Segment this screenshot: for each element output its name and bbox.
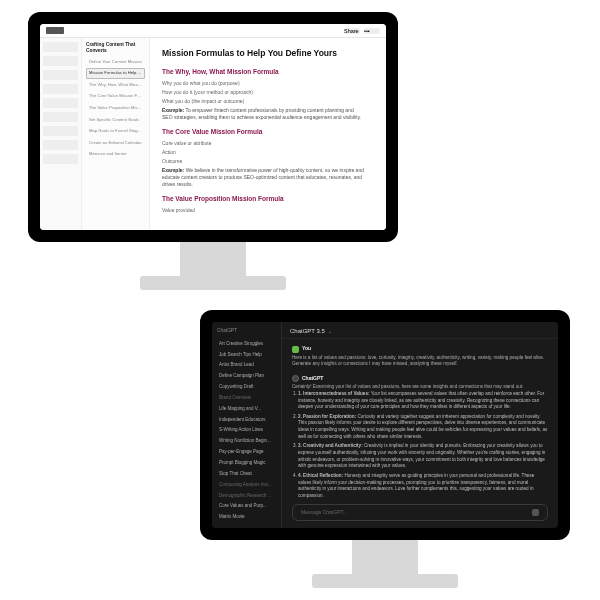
sidebar-item[interactable]: Writing Nonfiction Begin... [217, 437, 276, 445]
nav-item[interactable] [43, 84, 78, 94]
monitor-stand [352, 540, 418, 578]
sidebar-item[interactable]: Matrix Movie [217, 513, 276, 521]
nav-item[interactable] [43, 140, 78, 150]
sidebar-item[interactable]: Core Values and Purp... [217, 502, 276, 510]
doc-paragraph: Action [162, 149, 364, 156]
doc-heading-2: The Core Value Mission Formula [162, 127, 364, 136]
outline-item[interactable]: Define Your Content Mission [86, 57, 145, 68]
point-title: 1. Interconnectedness of Values: [298, 391, 369, 396]
point-title: 2. Passion for Exploration: [298, 414, 356, 419]
monitor-base [312, 574, 458, 588]
outline-item[interactable]: The Core Value Mission Formula [86, 91, 145, 102]
assistant-message: ChatGPT Certainly! Examining your list o… [292, 375, 548, 500]
chat-sidebar: ChatGPT Art Creative Struggles Job Searc… [212, 322, 282, 528]
outline-panel: Crafting Content That Converts Define Yo… [82, 38, 150, 230]
outline-item[interactable]: Create an Editorial Calendar [86, 138, 145, 149]
doc-example: Example: We believe in the transformativ… [162, 167, 364, 188]
user-role-label: You [292, 345, 548, 352]
user-avatar-icon [292, 346, 299, 353]
sidebar-item[interactable]: Artist Brand Lead [217, 361, 276, 369]
sidebar-item[interactable]: Demographic Research Help [217, 492, 276, 500]
doc-paragraph: How you do it (your method or approach) [162, 89, 364, 96]
doc-paragraph: Value provided [162, 207, 364, 214]
assistant-points: 1. Interconnectedness of Values: Your li… [292, 391, 548, 500]
model-name: ChatGPT 3.5 [290, 327, 325, 335]
document-app-screen: Share ••• Crafting Content That Converts… [40, 24, 386, 230]
sidebar-item[interactable]: Pay-per-Engage Page [217, 448, 276, 456]
document-main: Mission Formulas to Help You Define Your… [150, 38, 386, 230]
app-logo[interactable] [46, 27, 64, 34]
nav-item[interactable] [43, 70, 78, 80]
nav-item[interactable] [43, 42, 78, 52]
more-button[interactable]: ••• [364, 28, 380, 34]
sidebar-item[interactable]: S-Writing Action Lines [217, 426, 276, 434]
outline-item[interactable]: The Why, How, What Mission Formula [86, 80, 145, 91]
doc-heading-2: The Value Proposition Mission Formula [162, 194, 364, 203]
sidebar-item[interactable]: Define Campaign Plan [217, 372, 276, 380]
sidebar-item[interactable]: Stop That Cheat [217, 470, 276, 478]
chevron-down-icon: ⌄ [328, 328, 332, 335]
sidebar-item[interactable]: Copywriting Draft [217, 383, 276, 391]
point-title: 4. Ethical Reflection: [298, 473, 343, 478]
sidebar-item[interactable]: Art Creative Struggles [217, 340, 276, 348]
doc-heading-1: Mission Formulas to Help You Define Your… [162, 48, 364, 60]
monitor-bottom: ChatGPT Art Creative Struggles Job Searc… [200, 310, 570, 540]
bot-avatar-icon [292, 375, 299, 382]
share-button[interactable]: Share [344, 28, 360, 34]
chat-input[interactable]: Message ChatGPT... [292, 504, 548, 521]
role-text: ChatGPT [302, 375, 323, 382]
outline-item[interactable]: Measure and Iterate [86, 149, 145, 160]
user-message: You Here is a list of values and passion… [292, 345, 548, 368]
sidebar-item[interactable]: Independent Educators [217, 416, 276, 424]
sidebar-item[interactable]: Composing Analysis Insights [217, 481, 276, 489]
monitor-top: Share ••• Crafting Content That Converts… [28, 12, 398, 242]
sidebar-item[interactable]: Brand Overview [217, 394, 276, 402]
nav-item[interactable] [43, 154, 78, 164]
nav-item[interactable] [43, 98, 78, 108]
outline-item-active[interactable]: Mission Formulas to Help You Define Your… [86, 68, 145, 79]
outline-item[interactable]: The Value Proposition Mission Formula [86, 103, 145, 114]
chat-main: ChatGPT 3.5 ⌄ You Here is a list of valu… [282, 322, 558, 528]
point-item: 4. Ethical Reflection: Honesty and integ… [298, 473, 548, 500]
doc-paragraph: What you do (the impact or outcome) [162, 98, 364, 105]
point-item: 2. Passion for Exploration: Curiosity an… [298, 414, 548, 441]
outline-title: Crafting Content That Converts [86, 42, 145, 54]
chat-scroll[interactable]: You Here is a list of values and passion… [282, 339, 558, 500]
nav-item[interactable] [43, 126, 78, 136]
sidebar-item[interactable]: Job Search Tips Help [217, 351, 276, 359]
sidebar-item[interactable]: Life Mapping and V... [217, 405, 276, 413]
left-nav [40, 38, 82, 230]
doc-heading-2: The Why, How, What Mission Formula [162, 67, 364, 76]
app-topbar: Share ••• [40, 24, 386, 38]
example-text: We believe in the transformative power o… [162, 167, 364, 187]
nav-item[interactable] [43, 112, 78, 122]
doc-paragraph: Core value or attribute [162, 140, 364, 147]
assistant-intro: Certainly! Examining your list of values… [292, 384, 548, 391]
app-body: Crafting Content That Converts Define Yo… [40, 38, 386, 230]
example-text: To empower fintech content professionals… [162, 107, 361, 120]
point-title: 3. Creativity and Authenticity: [298, 443, 363, 448]
outline-item[interactable]: Map Goals to Funnel Stages [86, 126, 145, 137]
model-selector[interactable]: ChatGPT 3.5 ⌄ [282, 322, 558, 339]
example-label: Example: [162, 167, 184, 173]
point-item: 1. Interconnectedness of Values: Your li… [298, 391, 548, 411]
example-label: Example: [162, 107, 184, 113]
outline-item[interactable]: Set Specific Content Goals [86, 115, 145, 126]
chat-app-screen: ChatGPT Art Creative Struggles Job Searc… [212, 322, 558, 528]
role-text: You [302, 345, 311, 352]
doc-example: Example: To empower fintech content prof… [162, 107, 364, 121]
chat-input-placeholder: Message ChatGPT... [301, 509, 347, 516]
sidebar-brand: ChatGPT [217, 328, 276, 335]
send-icon[interactable] [532, 509, 539, 516]
assistant-role-label: ChatGPT [292, 375, 548, 382]
monitor-stand [180, 242, 246, 280]
point-item: 3. Creativity and Authenticity: Creativi… [298, 443, 548, 470]
doc-paragraph: Why you do what you do (purpose) [162, 80, 364, 87]
user-text: Here is a list of values and passions: l… [292, 355, 548, 368]
sidebar-item[interactable]: Prompt Blogging Magic [217, 459, 276, 467]
nav-item[interactable] [43, 56, 78, 66]
doc-paragraph: Outcome [162, 158, 364, 165]
monitor-base [140, 276, 286, 290]
